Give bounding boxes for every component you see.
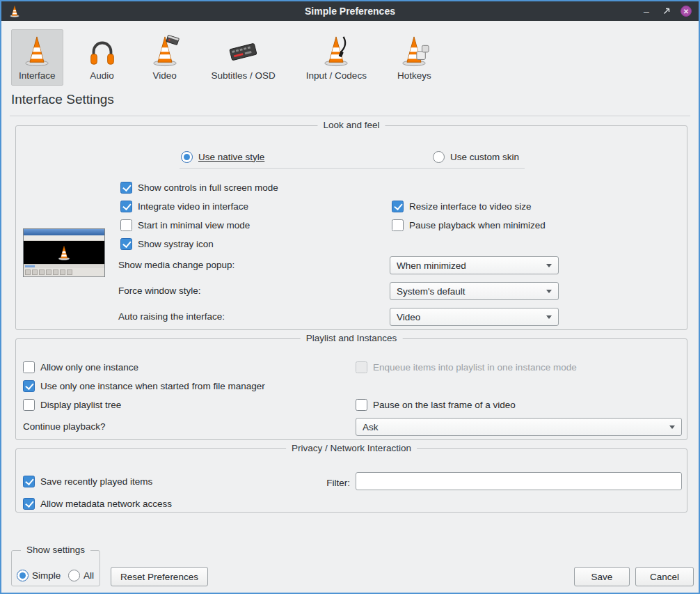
force-window-style-select[interactable]: System's default	[390, 282, 559, 300]
checkbox-label: Start in minimal view mode	[138, 220, 250, 230]
radio-show-settings-all[interactable]: All	[68, 568, 94, 582]
checkbox-show-controls-fullscreen[interactable]: Show controls in full screen mode	[120, 180, 278, 194]
checkbox-show-systray-icon[interactable]: Show systray icon	[120, 237, 214, 251]
radio-label: Simple	[32, 570, 61, 581]
radio-use-custom-skin[interactable]: Use custom skin	[433, 150, 519, 164]
selected-option: When minimized	[397, 260, 466, 271]
radio-label: Use custom skin	[450, 152, 519, 162]
checkbox-pause-last-frame[interactable]: Pause on the last frame of a video	[356, 398, 516, 412]
continue-playback-select[interactable]: Ask	[356, 418, 682, 436]
checkbox-allow-metadata-network[interactable]: Allow metadata network access	[23, 497, 172, 510]
radio-label: All	[83, 570, 94, 581]
minimize-button[interactable]: –	[640, 5, 653, 17]
radio-use-native-style[interactable]: Use native style	[181, 150, 264, 164]
thumbnail-controls	[24, 268, 104, 276]
checkbox-label: Use only one instance when started from …	[40, 381, 265, 391]
radio-indicator	[17, 570, 29, 581]
checkbox-label: Allow metadata network access	[40, 499, 172, 509]
vlc-cone-icon	[8, 5, 21, 17]
look-and-feel-group: Look and feel Use native style Use custo…	[15, 125, 687, 330]
checkbox-label: Show controls in full screen mode	[138, 182, 278, 193]
selected-option: Video	[397, 312, 420, 322]
tab-video[interactable]: Video	[141, 29, 189, 86]
checkbox-integrate-video[interactable]: Integrate video in interface	[120, 199, 248, 213]
selected-option: Ask	[363, 422, 379, 432]
checkbox-label: Pause playback when minimized	[409, 220, 546, 230]
checkbox-indicator	[23, 399, 35, 411]
checkbox-indicator	[120, 182, 132, 194]
thumbnail-seekbar	[24, 264, 104, 268]
thumbnail-titlebar	[24, 229, 104, 235]
checkbox-start-minimal-view[interactable]: Start in minimal view mode	[120, 218, 250, 232]
group-title: Privacy / Network Interaction	[286, 443, 417, 453]
tab-hotkeys[interactable]: Hotkeys	[390, 29, 439, 86]
vlc-cone-icon	[56, 245, 72, 260]
checkbox-allow-one-instance[interactable]: Allow only one instance	[23, 360, 138, 374]
checkbox-indicator	[392, 219, 404, 231]
tab-audio[interactable]: Audio	[79, 29, 126, 86]
simple-preferences-window: Simple Preferences – ✕ Interface Audio	[0, 0, 700, 594]
chevron-down-icon	[546, 264, 552, 267]
checkbox-one-instance-file-manager[interactable]: Use only one instance when started from …	[23, 379, 265, 393]
show-media-change-popup-select[interactable]: When minimized	[390, 256, 559, 274]
checkbox-label: Integrate video in interface	[138, 201, 248, 212]
checkbox-label: Allow only one instance	[40, 362, 138, 373]
checkbox-indicator	[23, 361, 35, 373]
chevron-down-icon	[546, 290, 552, 293]
playlist-instances-group: Playlist and Instances Allow only one in…	[15, 338, 687, 440]
cone-keys-icon	[398, 35, 430, 67]
category-toolbar: Interface Audio Video	[11, 29, 439, 86]
radio-label: Use native style	[198, 152, 264, 162]
tab-input-codecs[interactable]: Input / Codecs	[299, 29, 374, 86]
tab-label: Hotkeys	[397, 70, 431, 81]
save-button[interactable]: Save	[574, 567, 630, 586]
checkbox-resize-interface[interactable]: Resize interface to video size	[392, 199, 532, 213]
headphones-icon	[86, 35, 118, 67]
radio-indicator	[68, 570, 80, 581]
checkbox-pause-when-minimized[interactable]: Pause playback when minimized	[392, 218, 546, 232]
force-window-style-label: Force window style:	[118, 286, 201, 296]
interface-preview-thumbnail	[23, 228, 105, 277]
auto-raising-select[interactable]: Video	[390, 308, 559, 326]
group-title: Show settings	[21, 545, 90, 555]
cancel-button[interactable]: Cancel	[635, 567, 694, 586]
group-title: Look and feel	[317, 120, 385, 130]
chevron-down-icon	[546, 315, 552, 319]
checkbox-indicator	[23, 476, 35, 487]
continue-playback-label: Continue playback?	[23, 421, 106, 432]
chevron-down-icon	[669, 425, 675, 429]
auto-raising-label: Auto raising the interface:	[118, 311, 225, 322]
tab-subtitles-osd[interactable]: Subtitles / OSD	[204, 29, 283, 86]
tab-interface[interactable]: Interface	[11, 29, 63, 86]
tab-label: Input / Codecs	[306, 70, 367, 81]
checkbox-label: Save recently played items	[40, 476, 152, 487]
filter-input[interactable]	[356, 472, 682, 490]
checkbox-indicator	[23, 380, 35, 392]
keyboard-icon	[228, 35, 260, 67]
tab-label: Subtitles / OSD	[212, 70, 276, 81]
checkbox-save-recently-played[interactable]: Save recently played items	[23, 474, 152, 488]
close-button[interactable]: ✕	[681, 6, 692, 17]
checkbox-label: Pause on the last frame of a video	[373, 400, 516, 410]
thumbnail-menubar	[24, 235, 104, 241]
show-settings-group: Show settings Simple All	[11, 550, 100, 586]
reset-preferences-button[interactable]: Reset Preferences	[111, 567, 208, 586]
checkbox-indicator	[120, 238, 132, 250]
divider	[10, 116, 690, 116]
checkbox-label: Resize interface to video size	[409, 201, 532, 212]
group-title: Playlist and Instances	[301, 333, 403, 343]
show-media-change-popup-label: Show media change popup:	[118, 260, 234, 270]
checkbox-label: Enqueue items into playlist in one insta…	[373, 362, 577, 373]
checkbox-indicator	[120, 201, 132, 212]
checkbox-display-playlist-tree[interactable]: Display playlist tree	[23, 398, 121, 412]
restore-button[interactable]	[660, 5, 673, 17]
cone-cable-icon	[320, 35, 352, 67]
radio-indicator	[181, 151, 193, 163]
privacy-network-group: Privacy / Network Interaction Save recen…	[15, 448, 687, 513]
checkbox-indicator	[23, 498, 35, 510]
radio-indicator	[433, 151, 445, 163]
radio-show-settings-simple[interactable]: Simple	[17, 568, 61, 582]
window-controls: – ✕	[640, 1, 692, 21]
titlebar[interactable]: Simple Preferences – ✕	[1, 1, 699, 21]
tab-label: Video	[152, 70, 176, 81]
